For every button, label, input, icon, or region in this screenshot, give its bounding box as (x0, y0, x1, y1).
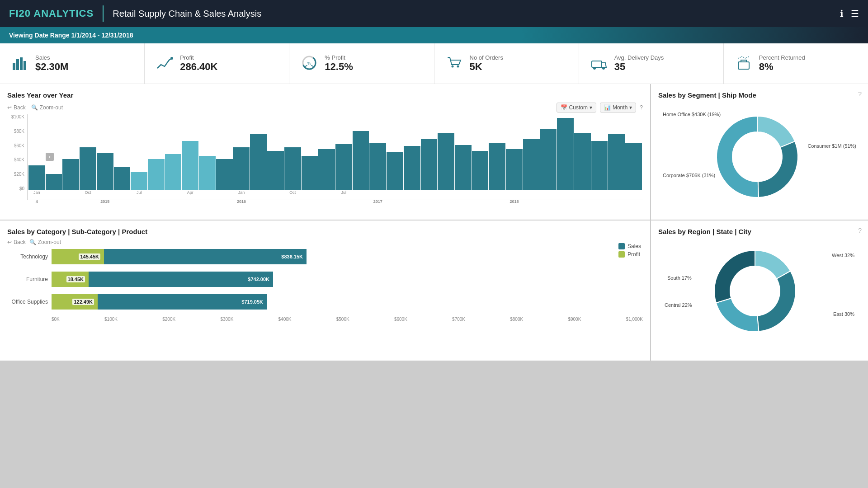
kpi-text-2: % Profit 12.5% (325, 54, 353, 73)
bar-28[interactable] (506, 149, 523, 190)
help-icon[interactable]: ? (640, 104, 643, 111)
category-back-button[interactable]: ↩ Back (7, 239, 26, 245)
bar-11[interactable] (216, 159, 233, 190)
hbar-x-label-9: $900K (568, 317, 581, 322)
x-year-16 (302, 199, 318, 206)
month-dropdown[interactable]: 📊 Month ▾ (600, 103, 636, 113)
x-label-22 (404, 190, 420, 199)
bar-4[interactable] (97, 153, 113, 190)
svg-rect-0 (13, 63, 15, 70)
x-year-17 (318, 199, 335, 206)
bar-0[interactable] (28, 165, 45, 190)
svg-rect-8 (305, 65, 307, 67)
header-actions: ℹ ☰ (840, 8, 859, 19)
custom-dropdown[interactable]: 📅 Custom ▾ (557, 103, 596, 113)
sales-value-0: $836.15K (281, 254, 303, 259)
menu-icon[interactable]: ☰ (851, 8, 859, 19)
hbar-x-label-0: $0K (52, 317, 60, 322)
scroll-left-button[interactable]: ‹ (46, 153, 54, 161)
bar-34[interactable] (608, 134, 625, 190)
x-label-17 (318, 190, 335, 199)
bar-32[interactable] (574, 133, 591, 190)
app-header: FI20 ANALYTICS Retail Supply Chain & Sal… (0, 0, 868, 27)
donut-segment-1[interactable] (758, 141, 798, 197)
back-button[interactable]: ↩ Back (7, 104, 26, 111)
kpi-label-2: % Profit (325, 54, 353, 61)
category-title: Sales by Category | Sub-Category | Produ… (7, 228, 643, 235)
bar-13[interactable] (250, 134, 267, 190)
bar-17[interactable] (318, 149, 335, 190)
region-donut-container: South 17%West 32%Central 22%East 30% (658, 239, 861, 343)
bar-15[interactable] (284, 147, 301, 190)
sales-value-2: $719.05K (241, 299, 263, 305)
x-year-22 (404, 199, 420, 206)
kpi-value-5: 8% (759, 61, 805, 73)
bar-24[interactable] (438, 133, 454, 190)
kpi-label-0: Sales (35, 54, 68, 61)
bar-8[interactable] (165, 154, 182, 190)
svg-rect-2 (20, 57, 23, 70)
kpi-item-1: Profit 286.40K (145, 43, 289, 84)
bar-29[interactable] (523, 139, 540, 190)
kpi-icon-3 (445, 54, 463, 74)
svg-point-13 (593, 67, 596, 70)
bar-14[interactable] (267, 151, 284, 190)
chart-controls: ↩ Back 🔍 Zoom-out 📅 Custom ▾ 📊 Month ▾ ? (7, 103, 643, 113)
hbar-x-axis: $0K$100K$200K$300K$400K$500K$600K$700K$8… (7, 317, 643, 322)
profit-bar-0[interactable]: 145.45K (52, 249, 104, 264)
kpi-label-1: Profit (180, 54, 217, 61)
bar-26[interactable] (472, 151, 489, 190)
bar-30[interactable] (540, 129, 557, 190)
bar-10[interactable] (199, 156, 216, 190)
donut-segment-1[interactable] (757, 271, 796, 332)
bar-1[interactable] (46, 174, 62, 190)
bar-6[interactable] (131, 172, 147, 190)
bar-12[interactable] (233, 147, 250, 190)
donut-segment-2[interactable] (717, 116, 759, 197)
logo-text: FI20 ANALYTICS (9, 8, 94, 19)
bar-7[interactable] (148, 159, 165, 190)
hbar-track-0[interactable]: $836.15K 145.45K (52, 249, 359, 264)
donut-segment-3[interactable] (714, 250, 755, 303)
donut-segment-0[interactable] (757, 116, 795, 147)
hbar-x-label-5: $500K (336, 317, 349, 322)
profit-bar-2[interactable]: 122.49K (52, 294, 98, 310)
bar-22[interactable] (404, 146, 420, 190)
sales-yoy-title: Sales Year over Year (7, 91, 643, 99)
bar-31[interactable] (557, 118, 574, 190)
bar-21[interactable] (387, 152, 403, 190)
category-zoom-button[interactable]: 🔍 Zoom-out (29, 239, 61, 245)
bar-5[interactable] (114, 167, 131, 190)
bar-19[interactable] (353, 131, 369, 190)
x-year-0: 4 (28, 199, 45, 206)
svg-rect-12 (592, 61, 602, 67)
bar-2[interactable] (62, 159, 79, 190)
x-label-0: Jan (28, 190, 45, 199)
sales-value-1: $742.00K (248, 277, 269, 282)
hbar-track-1[interactable]: $742.00K 18.45K (52, 272, 359, 287)
bar-3[interactable] (80, 147, 96, 190)
bar-20[interactable] (369, 143, 386, 190)
region-label-0: South 17% (667, 275, 692, 281)
profit-bar-1[interactable]: 18.45K (52, 272, 89, 287)
x-label-24 (438, 190, 454, 199)
bar-35[interactable] (625, 143, 642, 190)
x-label-31 (557, 190, 574, 199)
bar-9[interactable] (182, 141, 198, 190)
bar-33[interactable] (591, 141, 608, 190)
segment-info-icon[interactable]: ? (858, 90, 862, 98)
bar-16[interactable] (302, 156, 318, 190)
bar-27[interactable] (489, 143, 505, 190)
x-year-31 (557, 199, 574, 206)
donut-segment-2[interactable] (716, 298, 759, 332)
region-info-icon[interactable]: ? (858, 227, 862, 234)
svg-point-11 (457, 65, 459, 67)
info-icon[interactable]: ℹ (840, 8, 844, 19)
bar-25[interactable] (455, 145, 472, 190)
donut-svg (660, 105, 859, 204)
zoom-out-button[interactable]: 🔍 Zoom-out (31, 104, 63, 111)
hbar-track-2[interactable]: $719.05K 122.49K (52, 294, 359, 310)
bar-18[interactable] (335, 144, 352, 190)
segment-donut-container: Home Office $430K (19%)Corporate $706K (… (658, 103, 861, 206)
bar-23[interactable] (421, 139, 438, 190)
